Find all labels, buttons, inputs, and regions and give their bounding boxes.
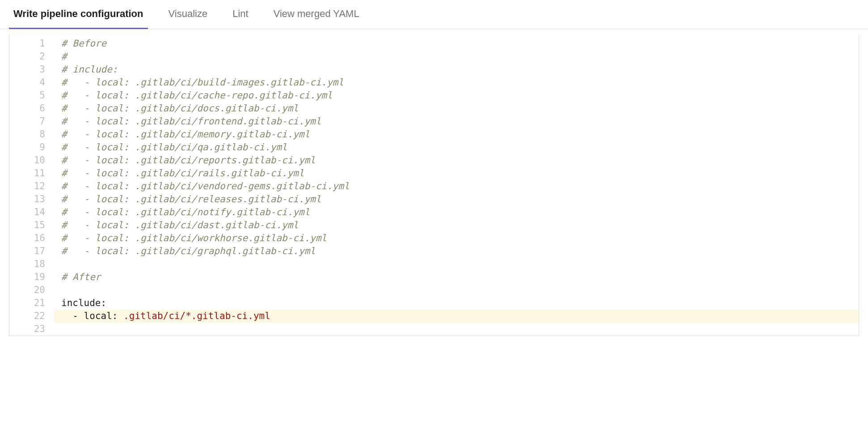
code-line[interactable]: 14# - local: .gitlab/ci/notify.gitlab-ci… <box>9 206 859 219</box>
code-token: # - local: .gitlab/ci/notify.gitlab-ci.y… <box>61 207 310 217</box>
code-line[interactable]: 8# - local: .gitlab/ci/memory.gitlab-ci.… <box>9 128 859 141</box>
code-token: # - local: .gitlab/ci/releases.gitlab-ci… <box>61 194 321 204</box>
line-number: 7 <box>9 115 54 128</box>
line-content[interactable]: # - local: .gitlab/ci/graphql.gitlab-ci.… <box>54 245 859 258</box>
code-token: : <box>112 311 123 321</box>
code-token: # - local: .gitlab/ci/memory.gitlab-ci.y… <box>61 129 310 140</box>
code-token: local <box>84 311 112 321</box>
code-line[interactable]: 7# - local: .gitlab/ci/frontend.gitlab-c… <box>9 115 859 128</box>
line-number: 12 <box>9 180 54 193</box>
tab-visualize[interactable]: Visualize <box>164 0 212 29</box>
line-content[interactable]: # - local: .gitlab/ci/notify.gitlab-ci.y… <box>54 206 859 219</box>
line-number: 15 <box>9 219 54 232</box>
line-content[interactable]: # - local: .gitlab/ci/reports.gitlab-ci.… <box>54 154 859 167</box>
code-line[interactable]: 2# <box>9 50 859 63</box>
code-line[interactable]: 15# - local: .gitlab/ci/dast.gitlab-ci.y… <box>9 219 859 232</box>
line-content[interactable]: # Before <box>54 37 859 50</box>
code-token: # - local: .gitlab/ci/build-images.gitla… <box>61 77 344 88</box>
line-content[interactable] <box>54 284 859 297</box>
code-token: # Before <box>61 38 106 49</box>
code-token: - <box>72 311 84 321</box>
line-number: 2 <box>9 50 54 63</box>
tab-view-merged-yaml[interactable]: View merged YAML <box>269 0 364 29</box>
line-content[interactable]: # - local: .gitlab/ci/workhorse.gitlab-c… <box>54 232 859 245</box>
code-token: # - local: .gitlab/ci/dast.gitlab-ci.yml <box>61 220 299 230</box>
code-line[interactable]: 6# - local: .gitlab/ci/docs.gitlab-ci.ym… <box>9 102 859 115</box>
tab-write-pipeline-configuration[interactable]: Write pipeline configuration <box>9 0 148 29</box>
line-content[interactable]: # - local: .gitlab/ci/build-images.gitla… <box>54 76 859 89</box>
code-token: # - local: .gitlab/ci/cache-repo.gitlab-… <box>61 90 333 101</box>
editor-tabs: Write pipeline configurationVisualizeLin… <box>0 0 868 29</box>
line-number: 22 <box>9 310 54 323</box>
line-number: 4 <box>9 76 54 89</box>
line-content[interactable]: # - local: .gitlab/ci/vendored-gems.gitl… <box>54 180 859 193</box>
line-content[interactable]: # - local: .gitlab/ci/qa.gitlab-ci.yml <box>54 141 859 154</box>
code-token: # After <box>61 272 101 282</box>
code-token: # - local: .gitlab/ci/workhorse.gitlab-c… <box>61 233 327 243</box>
line-content[interactable]: # - local: .gitlab/ci/memory.gitlab-ci.y… <box>54 128 859 141</box>
line-number: 11 <box>9 167 54 180</box>
line-content[interactable]: # include: <box>54 63 859 76</box>
line-number: 9 <box>9 141 54 154</box>
line-content[interactable] <box>54 258 859 271</box>
code-line[interactable]: 18 <box>9 258 859 271</box>
line-content[interactable]: # <box>54 50 859 63</box>
line-content[interactable]: # After <box>54 271 859 284</box>
code-line[interactable]: 1# Before <box>9 37 859 50</box>
code-token: # - local: .gitlab/ci/graphql.gitlab-ci.… <box>61 246 316 256</box>
code-line[interactable]: 9# - local: .gitlab/ci/qa.gitlab-ci.yml <box>9 141 859 154</box>
code-line[interactable]: 20 <box>9 284 859 297</box>
line-number: 14 <box>9 206 54 219</box>
line-content[interactable]: # - local: .gitlab/ci/cache-repo.gitlab-… <box>54 89 859 102</box>
code-line[interactable]: 22 - local: .gitlab/ci/*.gitlab-ci.yml <box>9 310 859 323</box>
code-line[interactable]: 13# - local: .gitlab/ci/releases.gitlab-… <box>9 193 859 206</box>
line-number: 23 <box>9 323 54 336</box>
code-line[interactable]: 3# include: <box>9 63 859 76</box>
line-number: 21 <box>9 297 54 310</box>
code-token: # - local: .gitlab/ci/reports.gitlab-ci.… <box>61 155 316 166</box>
code-token: # - local: .gitlab/ci/frontend.gitlab-ci… <box>61 116 321 127</box>
code-line[interactable]: 5# - local: .gitlab/ci/cache-repo.gitlab… <box>9 89 859 102</box>
line-number: 1 <box>9 37 54 50</box>
line-number: 18 <box>9 258 54 271</box>
code-token: include <box>61 298 101 308</box>
line-number: 16 <box>9 232 54 245</box>
line-number: 8 <box>9 128 54 141</box>
line-number: 5 <box>9 89 54 102</box>
tab-lint[interactable]: Lint <box>228 0 253 29</box>
line-content[interactable] <box>54 323 859 336</box>
line-content[interactable]: - local: .gitlab/ci/*.gitlab-ci.yml <box>54 310 859 323</box>
code-token: # - local: .gitlab/ci/docs.gitlab-ci.yml <box>61 103 299 114</box>
code-token: # <box>61 51 67 62</box>
code-line[interactable]: 10# - local: .gitlab/ci/reports.gitlab-c… <box>9 154 859 167</box>
line-content[interactable]: # - local: .gitlab/ci/dast.gitlab-ci.yml <box>54 219 859 232</box>
code-line[interactable]: 16# - local: .gitlab/ci/workhorse.gitlab… <box>9 232 859 245</box>
code-token: # - local: .gitlab/ci/qa.gitlab-ci.yml <box>61 142 287 153</box>
code-line[interactable]: 17# - local: .gitlab/ci/graphql.gitlab-c… <box>9 245 859 258</box>
code-line[interactable]: 4# - local: .gitlab/ci/build-images.gitl… <box>9 76 859 89</box>
line-number: 20 <box>9 284 54 297</box>
line-number: 17 <box>9 245 54 258</box>
line-number: 19 <box>9 271 54 284</box>
code-line[interactable]: 12# - local: .gitlab/ci/vendored-gems.gi… <box>9 180 859 193</box>
code-line[interactable]: 23 <box>9 323 859 336</box>
line-content[interactable]: # - local: .gitlab/ci/frontend.gitlab-ci… <box>54 115 859 128</box>
code-editor[interactable]: 1# Before2#3# include:4# - local: .gitla… <box>9 34 859 336</box>
code-token: : <box>101 298 107 308</box>
line-number: 6 <box>9 102 54 115</box>
line-content[interactable]: # - local: .gitlab/ci/releases.gitlab-ci… <box>54 193 859 206</box>
line-number: 13 <box>9 193 54 206</box>
code-token: .gitlab/ci/*.gitlab-ci.yml <box>123 311 270 321</box>
code-line[interactable]: 21include: <box>9 297 859 310</box>
code-token <box>61 311 72 321</box>
code-token: # - local: .gitlab/ci/vendored-gems.gitl… <box>61 181 350 192</box>
line-content[interactable]: # - local: .gitlab/ci/docs.gitlab-ci.yml <box>54 102 859 115</box>
code-line[interactable]: 11# - local: .gitlab/ci/rails.gitlab-ci.… <box>9 167 859 180</box>
line-number: 3 <box>9 63 54 76</box>
code-line[interactable]: 19# After <box>9 271 859 284</box>
line-content[interactable]: # - local: .gitlab/ci/rails.gitlab-ci.ym… <box>54 167 859 180</box>
code-token: # include: <box>61 64 118 75</box>
line-content[interactable]: include: <box>54 297 859 310</box>
line-number: 10 <box>9 154 54 167</box>
code-token: # - local: .gitlab/ci/rails.gitlab-ci.ym… <box>61 168 304 179</box>
